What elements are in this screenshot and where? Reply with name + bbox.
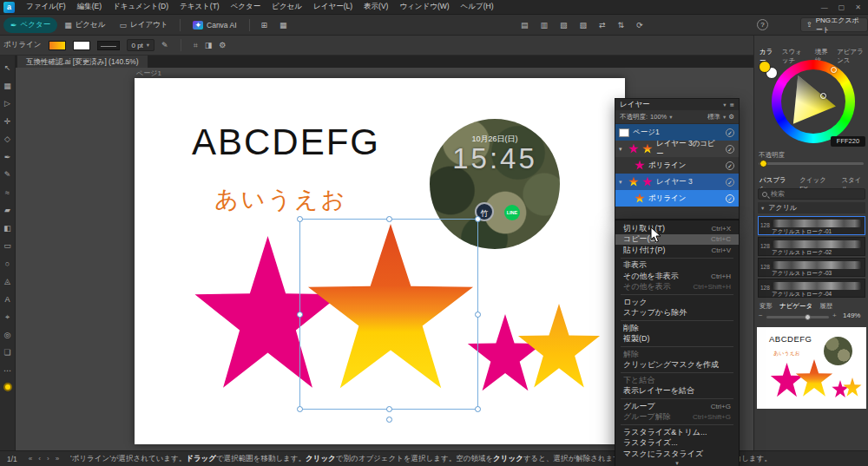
point-transform-tool-icon[interactable]: ✛ (4, 116, 11, 127)
rotation-handle[interactable] (386, 417, 392, 423)
view-tool-icon[interactable]: ❏ (3, 347, 10, 358)
stroke-style-selector[interactable] (97, 41, 120, 50)
color-sampler-icon[interactable] (3, 383, 12, 391)
vector-brush-tool-icon[interactable]: ≈ (5, 187, 10, 198)
brush-item[interactable]: 128 アクリルストローク-02 (758, 237, 865, 256)
menu-file[interactable]: ファイル(F) (26, 2, 66, 12)
menu-window[interactable]: ウィンドウ(W) (399, 2, 449, 12)
stroke-width-selector[interactable]: 0 pt ▾ (127, 39, 155, 51)
menu-item-ungroup[interactable]: グループ解除Ctrl+Shift+G (615, 412, 739, 423)
brush-search-input[interactable]: 検索 (758, 188, 865, 200)
brush-item[interactable]: 128 アクリルストローク-01 (758, 216, 865, 235)
shape-tool-icon[interactable]: ◬ (4, 276, 10, 286)
tab-history[interactable]: 履歴 (819, 302, 832, 311)
brush-item[interactable]: 128 アクリルストローク-03 (758, 258, 865, 277)
canva-ai-button[interactable]: ✦ Canva AI (186, 17, 243, 33)
zoom-out-icon[interactable]: − (759, 312, 763, 319)
png-export-button[interactable]: ⇪ PNGエクスポート (800, 17, 868, 32)
pen-tool-icon[interactable]: ✒ (4, 152, 11, 162)
selection-handle[interactable] (297, 312, 303, 318)
menu-item-hide[interactable]: 非表示 (615, 260, 739, 272)
menu-item-paste[interactable]: 貼り付け(P)Ctrl+V (615, 245, 739, 256)
menu-item-copy[interactable]: コピー(C)Ctrl+C (615, 234, 739, 246)
tab-appearance[interactable]: アピアランス (837, 48, 868, 65)
canvas-heading-text[interactable]: ABCDEFG (192, 121, 380, 163)
fill-swatch[interactable] (49, 41, 66, 50)
settings-gear-icon[interactable]: ⚙ (219, 41, 226, 49)
opacity-value[interactable]: 100% (650, 113, 667, 121)
selection-handle[interactable] (386, 216, 392, 222)
selection-handle[interactable] (475, 216, 481, 222)
layer-row-polyline-selected[interactable]: ポリライン ✓ (615, 190, 739, 207)
expander-icon[interactable]: ▾ (619, 179, 625, 186)
zoom-tool-icon[interactable]: ◎ (4, 330, 11, 340)
stroke-swatch[interactable] (73, 41, 90, 50)
pressure-pencil-icon[interactable]: ✎ (161, 41, 168, 49)
menu-layer[interactable]: レイヤー(L) (313, 2, 352, 12)
layout-persona-button[interactable]: ▭ レイアウト (112, 17, 174, 33)
fill-color-well[interactable] (759, 61, 771, 73)
zoom-slider[interactable] (766, 316, 829, 318)
zoom-slider-knob[interactable] (805, 314, 811, 320)
pencil-tool-icon[interactable]: ✎ (4, 169, 11, 180)
layer-row-layer3-copy[interactable]: ▾ レイヤー 3のコピー ✓ (615, 141, 739, 157)
opacity-slider[interactable] (759, 162, 864, 165)
menu-item-group[interactable]: グループCtrl+G (615, 401, 739, 412)
text-tool-icon[interactable]: A (4, 294, 10, 305)
layers-panel-header[interactable]: レイヤー ▾ ≣ (615, 99, 739, 110)
minimize-button[interactable]: — (821, 3, 828, 11)
maximize-button[interactable]: ▢ (838, 3, 845, 11)
layer-row-layer3[interactable]: ▾ レイヤー 3 ✓ (615, 174, 739, 190)
visibility-toggle[interactable]: ✓ (726, 145, 734, 154)
visibility-toggle[interactable]: ✓ (726, 128, 734, 137)
menu-help[interactable]: ヘルプ(H) (461, 2, 494, 12)
menu-item-exclude-from-snapping[interactable]: スナップから除外 (615, 308, 739, 319)
selection-handle[interactable] (386, 406, 392, 412)
menu-pixel[interactable]: ピクセル (272, 2, 302, 12)
grid-toggle-icon[interactable]: ▦ (279, 21, 287, 30)
corner-tool-icon[interactable]: ◇ (4, 134, 10, 144)
brush-category-header[interactable]: ▾ アクリル (758, 202, 865, 213)
first-page-icon[interactable]: « (29, 455, 32, 463)
menu-item-lock[interactable]: ロック (615, 297, 739, 308)
frame-text-tool-icon[interactable]: ⌖ (5, 312, 10, 322)
help-button[interactable]: ? (757, 19, 768, 30)
flip-horizontal-icon[interactable]: ⇄ (599, 21, 606, 30)
menu-text[interactable]: テキスト(T) (180, 2, 220, 12)
next-page-icon[interactable]: › (47, 455, 49, 463)
snap-options-icon[interactable]: ◨ (205, 41, 213, 49)
canvas-subheading-text[interactable]: あいうえお (214, 184, 347, 215)
panel-menu-icon[interactable]: ≣ (730, 102, 734, 108)
menu-view[interactable]: 表示(V) (364, 2, 388, 12)
fill-tool-icon[interactable]: ▰ (4, 205, 10, 215)
menu-vector[interactable]: ベクター (231, 2, 261, 12)
selection-handle[interactable] (297, 406, 303, 412)
layer-fx-gear-icon[interactable]: ⚙ (728, 113, 734, 121)
insert-behind-icon[interactable]: ▨ (580, 21, 588, 30)
navigator-thumbnail[interactable]: ABCDEFG あいうえお (757, 327, 866, 409)
prev-page-icon[interactable]: ‹ (38, 455, 41, 463)
visibility-toggle[interactable]: ✓ (726, 194, 734, 203)
menu-item-delete[interactable]: 削除 (615, 323, 739, 334)
opacity-slider-knob[interactable] (760, 160, 767, 167)
ellipse-tool-icon[interactable]: ○ (5, 259, 10, 269)
flip-vertical-icon[interactable]: ⇅ (618, 21, 625, 30)
insert-inside-icon[interactable]: ▧ (560, 21, 568, 30)
menu-item-rasterize-and-trim[interactable]: ラスタライズ&トリム... (615, 427, 739, 438)
menu-item-merge-down[interactable]: 下と結合 (615, 375, 739, 386)
new-document-icon[interactable]: ⊞ (261, 21, 268, 30)
saturation-selector-dot[interactable] (820, 93, 826, 99)
hex-value-chip[interactable]: FFF220 (831, 136, 865, 147)
order-front-icon[interactable]: ▤ (521, 21, 529, 30)
menu-item-rasterize-to-mask[interactable]: マスクにラスタライズ (615, 449, 739, 460)
selection-bounding-box[interactable] (299, 219, 478, 410)
visibility-toggle[interactable]: ✓ (726, 178, 734, 187)
menu-item-create-clipping-mask[interactable]: クリッピングマスクを作成 (615, 360, 739, 371)
blend-mode-select[interactable]: 標準 (707, 113, 720, 121)
collapse-icon[interactable]: ▾ (723, 102, 726, 108)
pixel-persona-button[interactable]: ▦ ピクセル (57, 17, 112, 33)
selection-handle[interactable] (475, 312, 481, 318)
expander-icon[interactable]: ▾ (619, 146, 625, 153)
menu-item-hide-others[interactable]: その他を非表示Ctrl+H (615, 271, 739, 282)
node-tool-icon[interactable]: ▷ (4, 98, 10, 108)
